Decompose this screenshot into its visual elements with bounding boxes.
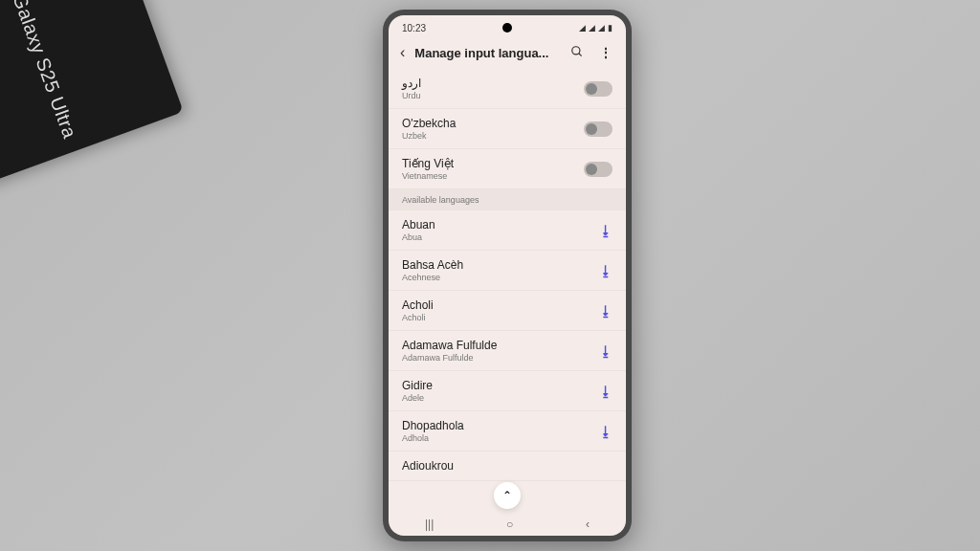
language-name: Dhopadhola bbox=[402, 419, 464, 432]
svg-line-1 bbox=[579, 53, 582, 55]
wifi-icon: ◢ bbox=[589, 23, 595, 33]
download-button[interactable]: ⭳ bbox=[599, 343, 612, 359]
language-list[interactable]: اردو Urdu O'zbekcha Uzbek Tiếng Việt Vie… bbox=[389, 69, 626, 513]
download-button[interactable]: ⭳ bbox=[599, 303, 612, 319]
language-subtitle: Adhola bbox=[402, 433, 464, 443]
language-name: Acholi bbox=[402, 298, 434, 312]
phone-screen: 10:23 ◢ ◢ ◢ ▮ ‹ Manage input langua... ⋮… bbox=[389, 15, 626, 536]
language-subtitle: Abua bbox=[402, 232, 435, 242]
download-button[interactable]: ⭳ bbox=[599, 424, 612, 439]
download-button[interactable]: ⭳ bbox=[599, 223, 612, 238]
nav-back-button[interactable]: ‹ bbox=[567, 518, 609, 531]
section-header: Available languages bbox=[389, 189, 626, 210]
language-name: Tiếng Việt bbox=[402, 157, 454, 170]
list-item[interactable]: Dhopadhola Adhola ⭳ bbox=[389, 411, 626, 452]
language-toggle[interactable] bbox=[584, 121, 612, 137]
language-subtitle: Vietnamese bbox=[402, 171, 454, 181]
language-name: Adamawa Fulfulde bbox=[402, 339, 497, 352]
list-item[interactable]: Acholi Acholi ⭳ bbox=[389, 291, 626, 331]
product-box-label: Galaxy S25 Ultra bbox=[8, 0, 80, 141]
language-name: O'zbekcha bbox=[402, 117, 456, 130]
app-header: ‹ Manage input langua... ⋮ bbox=[389, 36, 626, 69]
more-options-button[interactable]: ⋮ bbox=[595, 43, 616, 62]
list-item[interactable]: Gidire Adele ⭳ bbox=[389, 371, 626, 411]
signal-icon: ◢ bbox=[598, 23, 605, 33]
list-item[interactable]: Adioukrou bbox=[389, 452, 626, 481]
page-title: Manage input langua... bbox=[414, 46, 559, 60]
product-box: Galaxy S25 Ultra bbox=[0, 0, 184, 190]
language-subtitle: Uzbek bbox=[402, 131, 456, 141]
language-subtitle: Adele bbox=[402, 393, 433, 403]
battery-icon: ▮ bbox=[608, 23, 612, 33]
language-name: Adioukrou bbox=[402, 459, 454, 473]
language-toggle[interactable] bbox=[584, 81, 612, 97]
download-button[interactable]: ⭳ bbox=[599, 384, 612, 399]
camera-notch bbox=[502, 23, 512, 33]
scroll-top-button[interactable]: ⌃ bbox=[494, 482, 521, 509]
language-subtitle: Acholi bbox=[402, 313, 434, 322]
language-subtitle: Adamawa Fulfulde bbox=[402, 353, 497, 363]
svg-point-0 bbox=[572, 46, 580, 54]
list-item[interactable]: Tiếng Việt Vietnamese bbox=[389, 149, 626, 189]
list-item[interactable]: اردو Urdu bbox=[389, 69, 626, 109]
language-toggle[interactable] bbox=[584, 162, 612, 177]
navigation-bar: ||| ○ ‹ bbox=[389, 513, 626, 536]
nav-recents-button[interactable]: ||| bbox=[406, 518, 453, 531]
nav-home-button[interactable]: ○ bbox=[487, 518, 532, 531]
list-item[interactable]: Abuan Abua ⭳ bbox=[389, 210, 626, 251]
list-item[interactable]: O'zbekcha Uzbek bbox=[389, 109, 626, 149]
search-button[interactable] bbox=[567, 43, 588, 63]
language-name: اردو bbox=[402, 77, 421, 90]
list-item[interactable]: Adamawa Fulfulde Adamawa Fulfulde ⭳ bbox=[389, 331, 626, 371]
language-name: Abuan bbox=[402, 218, 435, 231]
language-name: Bahsa Acèh bbox=[402, 258, 463, 272]
phone-frame: 10:23 ◢ ◢ ◢ ▮ ‹ Manage input langua... ⋮… bbox=[383, 10, 632, 541]
volume-icon: ◢ bbox=[579, 23, 586, 33]
language-name: Gidire bbox=[402, 379, 433, 392]
list-item[interactable]: Bahsa Acèh Acehnese ⭳ bbox=[389, 251, 626, 291]
language-subtitle: Urdu bbox=[402, 91, 421, 100]
status-time: 10:23 bbox=[402, 23, 426, 33]
language-subtitle: Acehnese bbox=[402, 273, 463, 282]
status-icons: ◢ ◢ ◢ ▮ bbox=[579, 23, 612, 33]
back-button[interactable]: ‹ bbox=[398, 42, 407, 63]
download-button[interactable]: ⭳ bbox=[599, 263, 612, 278]
